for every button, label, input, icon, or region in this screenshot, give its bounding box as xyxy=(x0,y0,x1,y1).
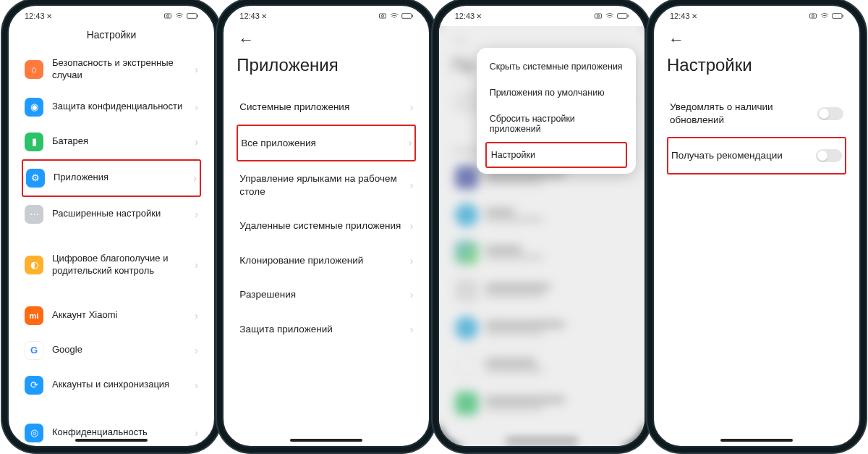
status-time: 12:43✕ xyxy=(670,12,697,20)
chevron-right-icon: › xyxy=(195,345,198,356)
apps-list-screen: ← Пр ⌕ Сортировка по имени приложения 0 … xyxy=(439,26,644,446)
row-label: Клонирование приложений xyxy=(239,254,409,267)
row-label: Безопасность и экстренные случаи xyxy=(52,57,195,82)
row-label: Разрешения xyxy=(239,288,409,301)
menu-reset-app-prefs[interactable]: Сбросить настройки приложений xyxy=(477,106,636,142)
home-indicator[interactable] xyxy=(720,439,793,442)
toggle-switch[interactable] xyxy=(817,107,843,120)
wifi-icon xyxy=(820,12,829,20)
toggle-switch[interactable] xyxy=(816,149,842,162)
row-label: Цифровое благополучие и родительский кон… xyxy=(52,253,195,277)
chevron-right-icon: › xyxy=(195,427,198,439)
statusbar: 12:43✕ xyxy=(9,6,214,26)
battery-icon: ▮ xyxy=(25,133,43,151)
row-all-apps[interactable]: Все приложения › xyxy=(237,125,416,162)
svg-rect-10 xyxy=(617,14,626,19)
chevron-right-icon: › xyxy=(195,136,198,148)
page-title: Приложения xyxy=(237,55,416,75)
back-button[interactable]: ← xyxy=(668,30,684,49)
row-apps[interactable]: ⚙ Приложения › xyxy=(22,159,201,197)
wellbeing-icon: ◐ xyxy=(25,256,43,274)
svg-rect-0 xyxy=(165,14,171,18)
svg-rect-12 xyxy=(809,14,816,18)
overflow-menu: Скрыть системные приложения Приложения п… xyxy=(477,48,636,174)
svg-rect-6 xyxy=(402,14,412,19)
back-button[interactable]: ← xyxy=(238,30,254,49)
row-label: Защита конфиденциальности xyxy=(52,101,195,113)
row-permissions[interactable]: Разрешения › xyxy=(237,277,416,312)
chevron-right-icon: › xyxy=(195,310,198,321)
battery-icon xyxy=(401,12,413,20)
chevron-right-icon: › xyxy=(195,259,198,271)
chevron-right-icon: › xyxy=(410,101,414,113)
gear-icon: ⚙ xyxy=(26,169,45,188)
status-icons xyxy=(378,12,413,20)
row-label: Батарея xyxy=(52,135,195,148)
menu-settings[interactable]: Настройки xyxy=(485,142,627,168)
svg-rect-14 xyxy=(833,14,842,19)
row-digital-wellbeing[interactable]: ◐ Цифровое благополучие и родительский к… xyxy=(22,245,201,285)
row-label: Google xyxy=(52,344,195,356)
svg-rect-8 xyxy=(595,14,601,18)
phone-3: 12:43✕ ← Пр ⌕ Сортировка по имени прилож… xyxy=(438,4,646,447)
svg-rect-4 xyxy=(380,14,386,18)
row-system-apps[interactable]: Системные приложения › xyxy=(237,90,416,125)
svg-point-13 xyxy=(812,15,814,17)
lock-shield-icon: ◉ xyxy=(25,98,43,117)
phone-2: 12:43✕ ← Приложения Системные приложения… xyxy=(222,4,430,447)
row-label: Уведомлять о наличии обновлений xyxy=(670,101,817,126)
privacy-icon: ◎ xyxy=(25,424,43,442)
shield-home-icon: ⌂ xyxy=(25,60,43,79)
wifi-icon xyxy=(390,12,399,20)
camera-icon xyxy=(163,12,172,20)
statusbar: 12:43✕ xyxy=(224,6,429,26)
phone-1: 12:43✕ Настройки ⌂ Безопасность и экстре… xyxy=(7,4,216,447)
row-battery[interactable]: ▮ Батарея › xyxy=(22,125,201,159)
camera-icon xyxy=(378,12,387,20)
svg-point-1 xyxy=(167,15,169,17)
camera-icon xyxy=(809,12,817,20)
row-privacy-protection[interactable]: ◉ Защита конфиденциальности › xyxy=(22,90,201,125)
row-security-emergency[interactable]: ⌂ Безопасность и экстренные случаи › xyxy=(22,49,201,90)
chevron-right-icon: › xyxy=(410,289,414,300)
phone-4: 12:43✕ ← Настройки Уведомлять о наличии … xyxy=(652,4,861,447)
status-time: 12:43✕ xyxy=(239,12,267,20)
battery-icon xyxy=(832,12,843,20)
status-icons xyxy=(809,12,843,20)
row-advanced-settings[interactable]: ⋯ Расширенные настройки › xyxy=(22,197,201,232)
dots-icon: ⋯ xyxy=(25,205,43,224)
apps-category-list: ← Приложения Системные приложения › Все … xyxy=(224,26,429,446)
svg-point-9 xyxy=(597,15,599,17)
row-app-protection[interactable]: Защита приложений › xyxy=(237,312,416,347)
chevron-right-icon: › xyxy=(410,220,414,232)
page-title: Настройки xyxy=(22,29,201,41)
row-label: Защита приложений xyxy=(239,323,409,336)
svg-point-5 xyxy=(382,15,384,17)
wifi-icon xyxy=(175,12,184,20)
chevron-right-icon: › xyxy=(409,137,412,148)
menu-default-apps[interactable]: Приложения по умолчанию xyxy=(477,80,636,106)
row-uninstalled-system-apps[interactable]: Удаленные системные приложения › xyxy=(237,209,416,243)
row-clone-apps[interactable]: Клонирование приложений › xyxy=(237,243,416,278)
menu-hide-system-apps[interactable]: Скрыть системные приложения xyxy=(477,54,636,80)
chevron-right-icon: › xyxy=(410,255,414,266)
statusbar: 12:43✕ xyxy=(439,6,644,26)
home-indicator[interactable] xyxy=(75,439,148,442)
status-icons xyxy=(594,12,629,20)
row-label: Приложения xyxy=(54,172,193,184)
row-google[interactable]: G Google › xyxy=(22,333,201,368)
battery-icon xyxy=(187,12,198,20)
row-mi-account[interactable]: mi Аккаунт Xiaomi › xyxy=(22,298,201,333)
svg-rect-7 xyxy=(412,15,413,17)
row-manage-shortcuts[interactable]: Управление ярлыками на рабочем столе › xyxy=(237,161,416,209)
row-update-notifications[interactable]: Уведомлять о наличии обновлений xyxy=(667,90,846,137)
row-receive-recommendations[interactable]: Получать рекомендации xyxy=(667,137,846,175)
row-label: Все приложения xyxy=(241,137,408,150)
row-label: Получать рекомендации xyxy=(671,149,816,162)
row-accounts-sync[interactable]: ⟳ Аккаунты и синхронизация › xyxy=(22,368,201,403)
chevron-right-icon: › xyxy=(195,101,198,113)
chevron-right-icon: › xyxy=(195,209,198,220)
svg-rect-2 xyxy=(187,14,197,19)
row-label: Конфиденциальность xyxy=(52,426,195,439)
home-indicator[interactable] xyxy=(290,439,362,442)
